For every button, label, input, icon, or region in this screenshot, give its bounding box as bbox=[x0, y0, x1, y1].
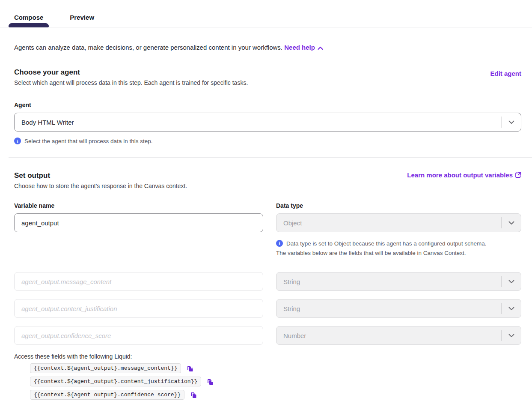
copy-icon[interactable] bbox=[185, 364, 195, 373]
set-output-subtitle: Choose how to store the agent's response… bbox=[14, 183, 187, 189]
intro-text: Agents can analyze data, make decisions,… bbox=[14, 44, 521, 51]
set-output-section: Set output Choose how to store the agent… bbox=[14, 171, 521, 400]
data-type-hint: Data type is set to Object because this … bbox=[276, 239, 521, 257]
liquid-snippet-content-justification: {{context.${agent_output}.content_justif… bbox=[30, 377, 201, 386]
output-field-row: String bbox=[14, 299, 521, 318]
chevron-down-icon bbox=[502, 120, 521, 124]
agent-select-value: Body HTML Writer bbox=[21, 119, 502, 126]
tab-compose[interactable]: Compose bbox=[9, 11, 49, 27]
data-type-hint-line2: The variables below are the fields that … bbox=[276, 248, 521, 258]
agent-label: Agent bbox=[14, 102, 521, 108]
learn-more-label: Learn more about output variables bbox=[407, 171, 513, 179]
field-type-value: String bbox=[283, 278, 502, 285]
liquid-snippet-message-content: {{context.${agent_output}.message_conten… bbox=[30, 363, 181, 373]
liquid-access-title: Access these fields with the following L… bbox=[14, 353, 521, 360]
field-type-value: String bbox=[283, 305, 502, 312]
choose-agent-section: Choose your agent Select which agent wil… bbox=[14, 68, 521, 158]
chevron-down-icon bbox=[502, 334, 521, 338]
liquid-snippet-row: {{context.${agent_output}.content_justif… bbox=[30, 377, 521, 386]
liquid-snippet-row: {{context.${agent_output}.message_conten… bbox=[30, 363, 521, 373]
section-divider bbox=[9, 157, 532, 158]
edit-agent-link[interactable]: Edit agent bbox=[490, 70, 521, 77]
external-link-icon bbox=[515, 172, 521, 178]
chevron-down-icon bbox=[502, 307, 521, 311]
data-type-label: Data type bbox=[276, 202, 521, 209]
chevron-down-icon bbox=[502, 221, 521, 225]
data-type-hint-line1: Data type is set to Object because this … bbox=[286, 239, 487, 248]
field-name-input-message-content bbox=[14, 272, 263, 291]
tab-preview[interactable]: Preview bbox=[64, 11, 100, 27]
chevron-down-icon bbox=[502, 280, 521, 284]
need-help-label: Need help bbox=[284, 44, 315, 51]
field-type-select: String bbox=[276, 299, 521, 318]
copy-icon[interactable] bbox=[205, 377, 215, 386]
intro-sentence: Agents can analyze data, make decisions,… bbox=[14, 44, 282, 51]
data-type-select: Object bbox=[276, 213, 521, 232]
liquid-snippet-confidence-score: {{context.${agent_output}.confidence_sco… bbox=[30, 390, 184, 400]
learn-more-link[interactable]: Learn more about output variables bbox=[407, 171, 521, 179]
data-type-value: Object bbox=[283, 219, 502, 227]
liquid-snippet-row: {{context.${agent_output}.confidence_sco… bbox=[30, 390, 521, 400]
variable-name-input[interactable] bbox=[14, 213, 263, 232]
agent-hint-text: Select the agent that will process data … bbox=[24, 138, 152, 144]
info-icon bbox=[14, 138, 21, 144]
variable-name-label: Variable name bbox=[14, 202, 263, 209]
field-name-input-content-justification bbox=[14, 299, 263, 318]
agent-step-panel: Compose Preview Agents can analyze data,… bbox=[0, 0, 532, 419]
set-output-title: Set output bbox=[14, 171, 187, 180]
info-icon bbox=[276, 240, 283, 247]
choose-agent-title: Choose your agent bbox=[14, 68, 248, 77]
need-help-link[interactable]: Need help bbox=[284, 44, 323, 51]
field-type-select: Number bbox=[276, 326, 521, 345]
output-field-list: String String bbox=[14, 272, 521, 345]
copy-icon[interactable] bbox=[189, 390, 198, 400]
field-type-value: Number bbox=[283, 332, 502, 339]
field-type-select: String bbox=[276, 272, 521, 291]
output-field-row: Number bbox=[14, 326, 521, 345]
output-field-row: String bbox=[14, 272, 521, 291]
tab-bar: Compose Preview bbox=[0, 11, 532, 27]
field-name-input-confidence-score bbox=[14, 326, 263, 345]
chevron-up-icon bbox=[318, 46, 323, 50]
choose-agent-subtitle: Select which agent will process data in … bbox=[14, 79, 248, 86]
agent-select[interactable]: Body HTML Writer bbox=[14, 113, 521, 132]
